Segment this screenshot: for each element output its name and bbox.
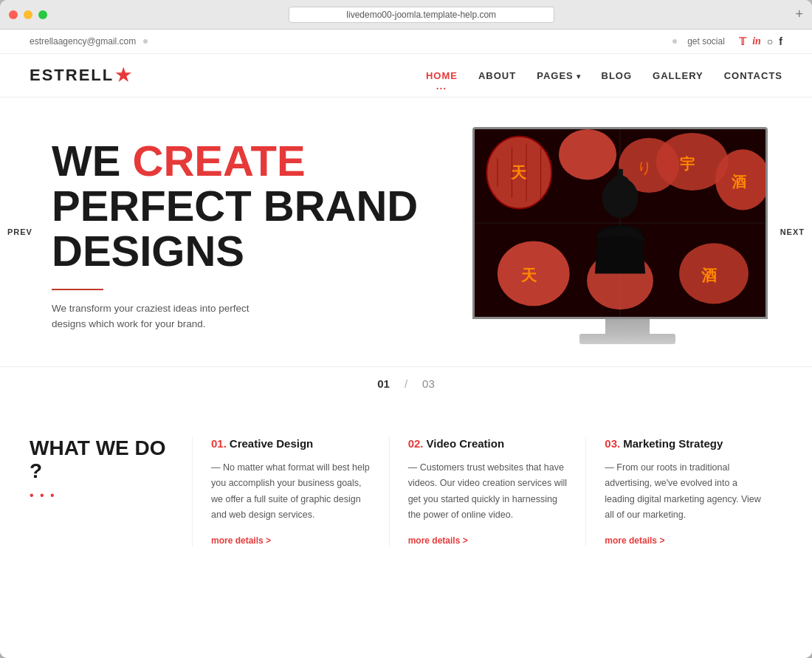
- minimize-button[interactable]: [24, 10, 32, 19]
- svg-text:宇: 宇: [680, 155, 695, 172]
- instagram-icon[interactable]: ○: [767, 35, 773, 47]
- service-name-3: Marketing Strategy: [623, 437, 723, 450]
- service-item-3: 03. Marketing Strategy From our roots in…: [585, 437, 782, 546]
- get-social-dot: [672, 39, 677, 44]
- service-desc-2: Customers trust websites that have video…: [408, 460, 568, 523]
- services-title: WHAT WE DO ?: [30, 437, 170, 483]
- hero-section: PREV NEXT WE CREATE PERFECT BRAND DESIGN…: [0, 97, 812, 366]
- pagination-bar: 01 / 03: [0, 366, 812, 400]
- svg-rect-24: [617, 169, 623, 180]
- service-header-3: 03. Marketing Strategy: [605, 437, 764, 450]
- nav-item-gallery[interactable]: GALLERY: [653, 69, 703, 82]
- email-label: estrellaagency@gmail.com: [30, 36, 136, 47]
- hero-description: We transform your craziest ideas into pe…: [52, 301, 258, 332]
- nav-item-contacts[interactable]: CONTACTS: [724, 69, 782, 82]
- nav-item-about[interactable]: ABOUT: [478, 69, 516, 82]
- service-name-1: Creative Design: [230, 437, 313, 450]
- linkedin-icon[interactable]: in: [752, 35, 761, 47]
- pagination-total: 03: [422, 377, 435, 390]
- service-number-1: 01.: [211, 437, 227, 450]
- services-section: WHAT WE DO ? • • • 01. Creative Design N…: [0, 400, 812, 583]
- next-button[interactable]: NEXT: [780, 227, 805, 236]
- main-nav: ESTRELL★ HOME ABOUT PAGES BLOG GALLERY: [0, 54, 812, 97]
- pagination-current: 01: [377, 377, 390, 390]
- monitor-neck: [605, 319, 650, 334]
- service-header-2: 02. Video Creation: [408, 437, 568, 450]
- nav-link-home[interactable]: HOME: [426, 70, 458, 81]
- browser-titlebar: livedemo00-joomla.template-help.com +: [0, 0, 812, 30]
- nav-links: HOME ABOUT PAGES BLOG GALLERY CONTACTS: [426, 69, 782, 82]
- hero-image: 天 宇 酒 り 天: [472, 127, 782, 344]
- nav-link-contacts[interactable]: CONTACTS: [724, 70, 782, 81]
- monitor-foot: [579, 334, 675, 344]
- new-tab-button[interactable]: +: [795, 7, 803, 22]
- hero-scene-svg: 天 宇 酒 り 天: [475, 129, 765, 317]
- nav-item-blog[interactable]: BLOG: [602, 69, 633, 82]
- services-dots: • • •: [30, 489, 170, 502]
- get-social-label: get social: [687, 36, 725, 47]
- nav-link-pages[interactable]: PAGES: [537, 70, 580, 81]
- svg-point-14: [559, 129, 616, 179]
- nav-item-pages[interactable]: PAGES: [537, 69, 580, 82]
- services-title-col: WHAT WE DO ? • • •: [30, 437, 192, 546]
- hero-heading-line3: DESIGNS: [52, 227, 244, 275]
- svg-text:酒: 酒: [732, 174, 746, 190]
- service-number-3: 03.: [605, 437, 620, 450]
- prev-button[interactable]: PREV: [7, 227, 32, 236]
- nav-link-gallery[interactable]: GALLERY: [653, 70, 703, 81]
- svg-text:酒: 酒: [701, 267, 718, 284]
- service-item-2: 02. Video Creation Customers trust websi…: [389, 437, 586, 546]
- service-link-3[interactable]: more details: [605, 535, 664, 546]
- svg-text:天: 天: [520, 267, 537, 284]
- service-number-2: 02.: [408, 437, 424, 450]
- page-content: estrellaagency@gmail.com get social 𝕋 in…: [0, 30, 812, 658]
- browser-window: livedemo00-joomla.template-help.com + es…: [0, 0, 812, 658]
- email-dot: [143, 39, 148, 44]
- monitor-screen: 天 宇 酒 り 天: [472, 127, 768, 319]
- service-link-2[interactable]: more details: [408, 535, 468, 546]
- hero-heading: WE CREATE PERFECT BRAND DESIGNS: [52, 139, 443, 274]
- service-desc-3: From our roots in traditional advertisin…: [605, 460, 764, 523]
- service-name-2: Video Creation: [427, 437, 505, 450]
- nav-item-home[interactable]: HOME: [426, 69, 458, 82]
- svg-text:天: 天: [510, 164, 527, 182]
- maximize-button[interactable]: [38, 10, 47, 19]
- logo[interactable]: ESTRELL★: [30, 65, 133, 86]
- nav-link-blog[interactable]: BLOG: [602, 70, 633, 81]
- address-bar[interactable]: livedemo00-joomla.template-help.com: [289, 7, 554, 23]
- hero-text: WE CREATE PERFECT BRAND DESIGNS We trans…: [30, 139, 443, 332]
- close-button[interactable]: [9, 10, 18, 19]
- logo-star: ★: [115, 65, 133, 86]
- top-bar-left: estrellaagency@gmail.com: [30, 36, 148, 47]
- twitter-icon[interactable]: 𝕋: [739, 35, 746, 47]
- service-link-1[interactable]: more details: [211, 535, 271, 546]
- service-item-1: 01. Creative Design No matter what forma…: [192, 437, 389, 546]
- hero-divider: [52, 289, 103, 290]
- top-bar: estrellaagency@gmail.com get social 𝕋 in…: [0, 30, 812, 54]
- hero-heading-create: CREATE: [133, 137, 306, 185]
- logo-text: ESTRELL: [30, 66, 114, 85]
- service-header-1: 01. Creative Design: [211, 437, 371, 450]
- pagination-slash: /: [405, 377, 407, 390]
- nav-link-about[interactable]: ABOUT: [478, 70, 516, 81]
- service-desc-1: No matter what format will best help you…: [211, 460, 371, 523]
- hero-heading-we: WE: [52, 137, 133, 185]
- svg-text:り: り: [637, 160, 652, 176]
- top-bar-right: get social 𝕋 in ○ f: [672, 35, 782, 47]
- monitor-wrapper: 天 宇 酒 り 天: [472, 127, 782, 344]
- facebook-icon[interactable]: f: [779, 35, 782, 47]
- hero-heading-line2: PERFECT BRAND: [52, 182, 418, 230]
